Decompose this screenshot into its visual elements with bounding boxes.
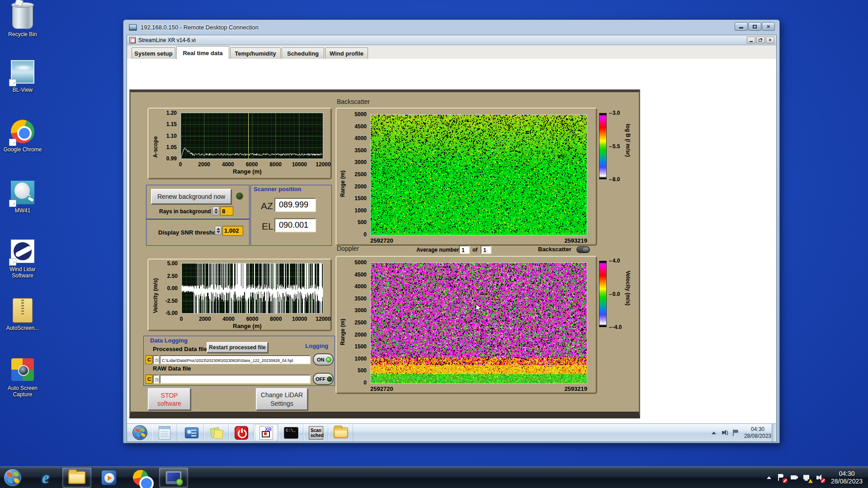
stop-software-button[interactable]: STOP software [148,388,191,410]
raw-drive-selector[interactable]: C [146,375,152,384]
remote-action-center-flag-icon[interactable] [733,429,740,436]
remote-taskbar-power-stop[interactable] [229,424,254,441]
doppler-plot-area [370,263,587,384]
remote-system-tray: 04:30 28/08/2023 [710,424,771,441]
restart-processed-file-button[interactable]: Restart processed file [207,342,268,353]
desktop-icon-label: Recycle Bin [2,31,43,38]
host-taskbar: e 04:30 28/08/2023 [0,466,868,488]
background-led-indicator [236,192,243,200]
snr-controls-box: Display SNR threshold 1.002 [146,219,250,246]
background-controls-box: Renew background now Rays in background … [146,185,250,219]
of-label: of [472,247,477,253]
average-number-field[interactable]: 1 [459,245,470,254]
host-taskbar-explorer[interactable] [62,468,91,488]
minimize-button[interactable] [735,22,748,31]
app-title: StreamLine XR v14-6.vi [138,37,196,43]
desktop-icon-recycle-bin[interactable]: Recycle Bin [2,5,43,38]
app-titlebar[interactable]: StreamLine XR v14-6.vi × [127,35,776,45]
backscatter-colorbar-label: log B (/ m/sr) [625,124,631,157]
host-taskbar-chrome[interactable] [127,468,154,488]
el-value-field[interactable]: 090.001 [274,218,316,232]
processed-data-file-label: Processed Data file [153,346,207,352]
action-center-flag-icon[interactable] [778,474,786,482]
raw-path-field[interactable] [160,375,311,384]
renew-background-button[interactable]: Renew background now [151,189,231,204]
remote-volume-icon[interactable] [722,429,729,436]
start-orb-icon [4,469,22,487]
processed-path-field[interactable]: C:\Lidar\Data\Proc\2023\202308\20230828\… [160,355,311,364]
host-start-button[interactable] [2,468,24,488]
tab-wind-profile[interactable]: Wind profile [325,47,368,59]
notepad-icon [159,426,170,440]
raw-logging-off-toggle[interactable]: OFF [313,373,334,385]
explorer-folder-icon [68,471,85,484]
snr-spinner[interactable] [215,226,222,235]
shortcut-arrow-icon: → [9,258,16,266]
battery-icon[interactable] [790,474,798,482]
doppler-x-ticks: 25927202593219 [370,385,587,392]
desktop-icon-wind-lidar[interactable]: → Wind Lidar Software [2,239,43,279]
app-close-button[interactable]: × [766,37,774,43]
tab-temp-humidity[interactable]: Temp/humidity [230,47,281,59]
remote-clock-time: 04:30 [744,426,771,433]
maximize-button[interactable] [748,22,761,31]
network-warning-icon[interactable] [803,474,811,482]
processed-logging-on-toggle[interactable]: ON [313,353,334,366]
average-total-field[interactable]: 1 [481,245,491,254]
remote-taskbar-scan-scheduler[interactable]: Scan sched [304,424,328,441]
labview-xr-icon: XR [259,426,273,440]
remote-taskbar-streamline-xr[interactable]: XR [254,424,278,441]
rays-value-field[interactable]: 8 [220,206,233,216]
remote-start-button[interactable] [128,424,151,441]
snr-value-field[interactable]: 1.002 [222,226,243,236]
az-value-field[interactable]: 089.999 [274,198,316,212]
desktop-icon-autoscreen[interactable]: AutoScreen... [2,298,43,331]
xr-icon-text: XR [265,427,272,432]
off-toggle-light [327,376,332,382]
velocity-y-ticks: 5.002.500.00-2.50-5.00 [160,263,179,313]
doppler-plot-frame: Range (m) 500045004000350030002500200015… [335,256,597,394]
remote-taskbar-notepad[interactable] [152,424,177,441]
close-button[interactable]: × [762,22,775,31]
doppler-y-axis-label: Range (m) [340,305,346,345]
tray-expand-icon[interactable] [765,474,773,482]
tab-scheduling[interactable]: Scheduling [282,47,324,59]
on-toggle-light [326,357,331,362]
rdp-titlebar[interactable]: 192.168.0.150 - Remote Desktop Connectio… [123,20,779,35]
remote-taskbar-sticky-notes[interactable] [204,424,229,441]
ascope-x-ticks: 020004000600080001000012000 [180,161,323,168]
desktop-icon-bl-view[interactable]: → BL-View [2,60,43,93]
app-minimize-button[interactable] [747,37,755,43]
velocity-x-axis-label: Range (m) [233,323,262,329]
desktop-icon-label: BL-View [2,87,43,93]
remote-taskbar-command-prompt[interactable]: C:\_ [279,424,303,441]
shortcut-arrow-icon: → [9,139,16,146]
remote-taskbar-display-config[interactable] [179,424,204,441]
remote-tray-expand-icon[interactable] [710,429,717,436]
app-restore-button[interactable] [756,37,765,43]
remote-clock[interactable]: 04:30 28/08/2023 [744,426,771,440]
tab-system-setup[interactable]: System setup [132,47,175,59]
volume-muted-icon[interactable] [816,474,824,482]
host-taskbar-remote-desktop[interactable] [159,468,188,488]
host-taskbar-media-player[interactable] [96,468,122,488]
backscatter-doppler-toggle[interactable] [576,246,590,253]
remote-session-area: StreamLine XR v14-6.vi × System setup Re… [127,35,777,442]
host-taskbar-internet-explorer[interactable]: e [33,468,59,488]
processed-drive-selector[interactable]: C [146,355,152,364]
main-panel: A-scope 1.201.151.101.050.99 02000400060… [129,89,640,418]
desktop-icon-google-chrome[interactable]: → Google Chrome [2,120,43,153]
remote-clock-date: 28/08/2023 [744,433,771,440]
desktop-icon-mw41[interactable]: → MW41 [2,181,43,214]
host-clock[interactable]: 04:30 28/08/2023 [828,470,865,485]
change-lidar-settings-button[interactable]: Change LiDAR Settings [256,388,308,410]
remote-show-desktop-button[interactable] [772,424,776,441]
rays-spinner[interactable] [212,206,219,216]
tab-real-time-data[interactable]: Real time data [176,46,229,59]
raw-data-file-label: RAW Data file [153,365,191,372]
desktop-icon-auto-screen-capture[interactable]: Auto Screen Capture [2,358,43,398]
processed-browse-icon[interactable]: ◳ [153,355,159,364]
raw-browse-icon[interactable]: ◳ [153,375,159,384]
desktop-background: Recycle Bin → BL-View → Google Chrome → … [0,0,868,488]
remote-taskbar-folder[interactable] [329,424,353,441]
